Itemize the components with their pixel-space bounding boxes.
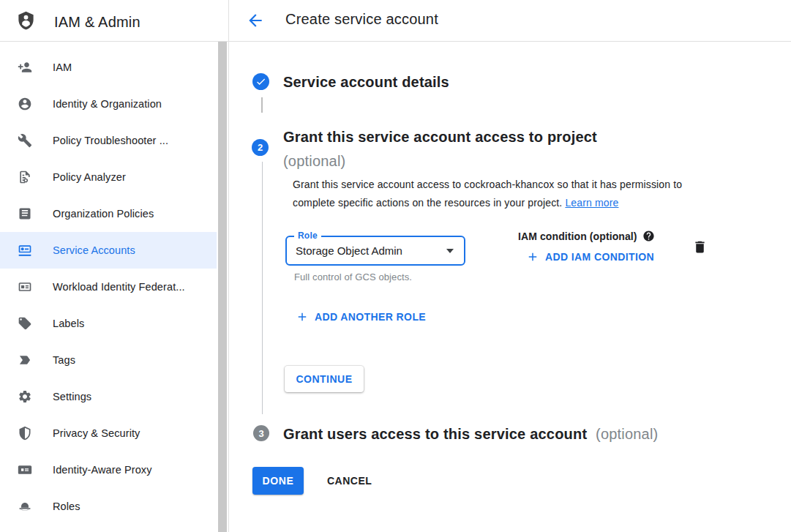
step3-optional-label: (optional) <box>596 426 658 442</box>
sidebar-item-label: Organization Policies <box>53 208 154 220</box>
back-button[interactable] <box>246 11 265 30</box>
sidebar-item-settings[interactable]: Settings <box>0 378 217 415</box>
sidebar-item-organization-policies[interactable]: Organization Policies <box>0 195 217 232</box>
sidebar-item-label: Policy Analyzer <box>53 171 126 183</box>
check-icon <box>255 76 266 87</box>
shield-icon <box>18 426 32 441</box>
add-iam-condition-button[interactable]: ADD IAM CONDITION <box>526 250 654 263</box>
id-card-icon <box>18 280 32 294</box>
step2-title-text: Grant this service account access to pro… <box>283 129 597 145</box>
step1-title: Service account details <box>283 74 449 91</box>
iam-condition-label-text: IAM condition (optional) <box>518 231 637 242</box>
step3-title: Grant users access to this service accou… <box>283 426 658 443</box>
step-connector <box>262 162 263 414</box>
arrow-back-icon <box>246 21 265 32</box>
tag-icon <box>18 316 32 331</box>
sidebar-item-label: Settings <box>53 391 91 402</box>
sidebar-item-label: Identity-Aware Proxy <box>53 464 152 476</box>
sidebar-item-identity-aware-proxy[interactable]: Identity-Aware Proxy <box>0 452 217 488</box>
sidebar-item-label: Identity & Organization <box>53 98 162 110</box>
brand: IAM & Admin <box>16 9 140 35</box>
add-another-role-label: ADD ANOTHER ROLE <box>315 311 426 323</box>
sidebar-item-label: Privacy & Security <box>53 427 140 439</box>
sidebar-item-policy-analyzer[interactable]: Policy Analyzer <box>0 159 217 195</box>
role-field-label: Role <box>294 231 321 241</box>
step3-number-badge: 3 <box>253 425 269 441</box>
app-header: IAM & Admin Create service account <box>0 0 791 42</box>
step3-title-text: Grant users access to this service accou… <box>283 426 587 442</box>
sidebar-item-label: Workload Identity Federat... <box>53 281 185 293</box>
sidebar-item-identity-organization[interactable]: Identity & Organization <box>0 86 217 122</box>
add-another-role-button[interactable]: ADD ANOTHER ROLE <box>296 310 426 323</box>
step3-number: 3 <box>258 428 263 439</box>
step2-optional-label: (optional) <box>283 153 345 169</box>
sidebar-divider <box>228 0 229 532</box>
gear-icon <box>18 389 32 404</box>
account-circle-icon <box>18 97 32 111</box>
sidebar-item-label: IAM <box>53 61 72 73</box>
create-service-account-form: Service account details 2 Grant this ser… <box>229 42 791 532</box>
trash-icon <box>692 239 708 255</box>
role-select[interactable]: Role Storage Object Admin <box>285 236 465 266</box>
step1-completed-icon <box>252 73 269 90</box>
sidebar-scrollbar[interactable] <box>218 42 227 532</box>
sidebar-item-roles[interactable]: Roles <box>0 488 217 525</box>
wrench-icon <box>18 133 32 148</box>
cancel-button[interactable]: CANCEL <box>321 467 378 495</box>
step2-title: Grant this service account access to pro… <box>283 125 693 173</box>
sidebar-item-privacy-security[interactable]: Privacy & Security <box>0 415 217 452</box>
step2-number-badge: 2 <box>252 139 269 156</box>
dropdown-arrow-icon <box>446 249 454 253</box>
service-account-icon <box>18 243 32 258</box>
iam-condition-label: IAM condition (optional) <box>518 230 655 242</box>
sidebar-item-label: Roles <box>53 501 80 512</box>
iam-admin-shield-icon <box>16 9 36 35</box>
sidebar: IAM Identity & Organization Policy Troub… <box>0 42 228 532</box>
policy-analyzer-icon <box>18 170 32 184</box>
step2-description-text: Grant this service account access to coc… <box>293 179 682 209</box>
role-helper-text: Full control of GCS objects. <box>294 271 412 282</box>
sidebar-item-label: Tags <box>53 354 75 366</box>
page-title: Create service account <box>285 11 438 28</box>
hat-icon <box>18 499 32 514</box>
role-selected-value: Storage Object Admin <box>296 244 402 257</box>
sidebar-item-label: Labels <box>53 318 84 329</box>
tag-arrow-icon <box>18 353 32 367</box>
proxy-icon <box>18 462 32 477</box>
done-button[interactable]: DONE <box>252 467 304 495</box>
sidebar-item-labels[interactable]: Labels <box>0 305 217 342</box>
learn-more-link[interactable]: Learn more <box>565 197 618 209</box>
sidebar-item-service-accounts[interactable]: Service Accounts <box>0 232 217 269</box>
plus-icon <box>526 250 539 263</box>
step2-number: 2 <box>258 142 263 153</box>
sidebar-item-policy-troubleshooter[interactable]: Policy Troubleshooter ... <box>0 122 217 159</box>
step-connector <box>261 97 263 113</box>
sidebar-item-iam[interactable]: IAM <box>0 49 217 86</box>
help-icon[interactable] <box>642 230 655 242</box>
doc-lines-icon <box>18 206 32 221</box>
product-title: IAM & Admin <box>54 14 140 31</box>
person-add-icon <box>18 60 32 75</box>
sidebar-item-label: Service Accounts <box>53 244 135 256</box>
delete-role-button[interactable] <box>692 239 708 255</box>
add-iam-condition-label: ADD IAM CONDITION <box>545 251 654 263</box>
sidebar-item-workload-identity-federation[interactable]: Workload Identity Federat... <box>0 269 217 305</box>
step2-description: Grant this service account access to coc… <box>293 176 717 212</box>
continue-button[interactable]: CONTINUE <box>285 366 364 392</box>
plus-icon <box>296 310 309 323</box>
sidebar-item-label: Policy Troubleshooter ... <box>53 135 168 146</box>
sidebar-item-tags[interactable]: Tags <box>0 342 217 378</box>
